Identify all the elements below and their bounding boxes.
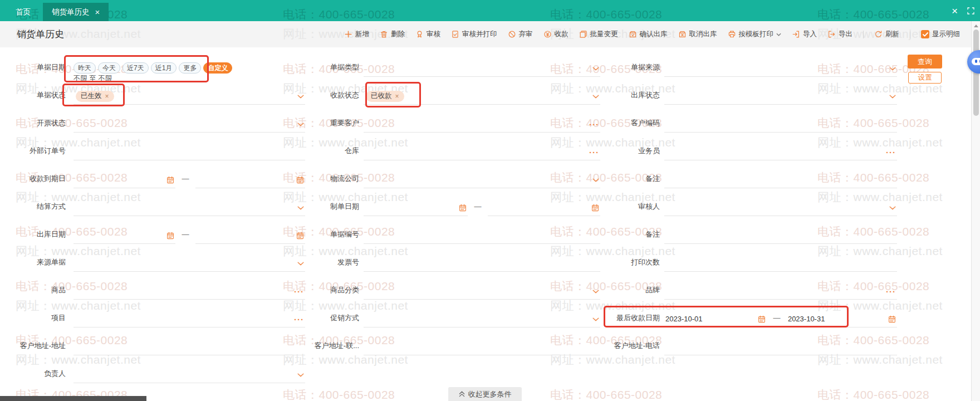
toolbar-button-audit[interactable]: 审核 xyxy=(415,30,440,39)
filter-input-underline[interactable] xyxy=(664,199,897,216)
toolbar-button-batch-change[interactable]: 批量变更 xyxy=(579,30,618,39)
filter-field-last-receipt-date[interactable]: 2023-10-01 — 2023-10-31 xyxy=(664,305,897,332)
filter-field-important-customer[interactable]: ··· xyxy=(364,110,600,138)
filter-input-underline[interactable] xyxy=(664,227,897,244)
filter-input-underline[interactable] xyxy=(364,60,600,77)
filter-field-auditor[interactable] xyxy=(664,193,897,221)
filter-input-underline[interactable] xyxy=(74,311,305,327)
toolbar-button-add[interactable]: 新增 xyxy=(344,30,369,39)
filter-input-underline[interactable] xyxy=(664,283,897,300)
filter-field-salesperson[interactable]: ··· xyxy=(664,138,897,165)
fullscreen-icon[interactable] xyxy=(967,7,974,14)
tab-close-icon[interactable]: × xyxy=(95,8,100,16)
date-from-create-date[interactable] xyxy=(364,193,468,221)
date-to-receipt-due-date[interactable] xyxy=(195,165,305,193)
tab-home[interactable]: 首页 xyxy=(3,3,43,21)
filter-field-create-date[interactable]: — xyxy=(364,193,600,221)
filter-field-customer-code[interactable] xyxy=(664,110,897,138)
toolbar-button-delete[interactable]: 删除 xyxy=(380,30,405,39)
filter-field-doc-no[interactable] xyxy=(364,221,600,249)
filter-field-logistics-company[interactable] xyxy=(364,165,600,193)
filter-input-underline[interactable] xyxy=(664,255,897,272)
filter-input-underline[interactable] xyxy=(74,199,305,216)
filter-input-underline[interactable] xyxy=(74,339,305,355)
date-to-outbound-date[interactable] xyxy=(195,221,305,249)
filter-input-underline[interactable]: 已生效× xyxy=(74,88,305,105)
toolbar-button-export[interactable]: 导出 xyxy=(827,30,852,39)
filter-field-settlement-method[interactable] xyxy=(74,193,305,221)
quick-date-pill-今天[interactable]: 今天 xyxy=(98,62,120,74)
filter-input-underline[interactable] xyxy=(364,283,600,300)
tag-remove-icon[interactable]: × xyxy=(105,93,109,100)
filter-input-underline[interactable] xyxy=(664,88,897,105)
filter-field-external-order-no[interactable] xyxy=(74,138,305,165)
filter-tag-receipt-status[interactable]: 已收款× xyxy=(366,91,404,102)
filter-field-owner[interactable] xyxy=(74,360,305,388)
filter-input-underline[interactable] xyxy=(364,255,600,272)
quick-date-pill-昨天[interactable]: 昨天 xyxy=(74,62,96,74)
toolbar-button-unaudit[interactable]: 弃审 xyxy=(508,30,533,39)
toolbar-button-receive-payment[interactable]: 收款 xyxy=(543,30,569,39)
filter-field-outbound-date[interactable]: — xyxy=(74,221,305,249)
filter-input-underline[interactable] xyxy=(364,227,600,244)
vertical-scrollbar[interactable] xyxy=(971,21,980,401)
filter-input-underline[interactable] xyxy=(664,60,897,77)
ellipsis-lookup-icon[interactable]: ··· xyxy=(589,120,599,129)
ellipsis-lookup-icon[interactable]: ··· xyxy=(886,148,896,157)
filter-input-underline[interactable] xyxy=(364,144,600,160)
filter-field-product[interactable]: ··· xyxy=(74,277,305,305)
filter-field-doc-date[interactable]: 昨天今天近7天近1月更多自定义 不限 至 不限 xyxy=(74,54,305,82)
filter-input-underline[interactable] xyxy=(74,255,305,272)
filter-input-underline[interactable]: 已收款× xyxy=(364,88,600,105)
date-to-create-date[interactable] xyxy=(488,193,600,221)
filter-input-underline[interactable] xyxy=(664,339,897,355)
close-icon[interactable]: × xyxy=(952,6,958,16)
toolbar-button-audit-print[interactable]: 审核并打印 xyxy=(451,30,497,39)
filter-field-invoice-no[interactable] xyxy=(364,249,600,277)
collapse-more-conditions[interactable]: 收起更多条件 xyxy=(448,387,522,401)
toolbar-button-refresh[interactable]: 刷新 xyxy=(874,30,899,39)
quick-date-pill-近1月[interactable]: 近1月 xyxy=(151,62,177,74)
toolbar-button-cancel-outbound[interactable]: 取消出库 xyxy=(678,30,717,39)
filter-input-underline[interactable] xyxy=(364,339,600,355)
filter-field-invoice-status[interactable] xyxy=(74,110,305,138)
tab-sales-history[interactable]: 销货单历史 × xyxy=(43,3,109,21)
filter-field-doc-source[interactable] xyxy=(664,54,897,82)
ellipsis-lookup-icon[interactable]: ··· xyxy=(294,287,304,296)
ellipsis-lookup-icon[interactable]: ··· xyxy=(886,287,896,296)
ellipsis-lookup-icon[interactable]: ··· xyxy=(589,148,599,157)
date-from-receipt-due-date[interactable] xyxy=(74,165,175,193)
filter-input-underline[interactable] xyxy=(664,116,897,133)
filter-field-print-count[interactable] xyxy=(664,249,897,277)
filter-field-customer-address-address[interactable] xyxy=(74,332,305,360)
filter-field-project[interactable]: ··· xyxy=(74,305,305,332)
filter-input-underline[interactable] xyxy=(364,311,600,327)
filter-tag-doc-status[interactable]: 已生效× xyxy=(76,91,114,102)
toolbar-button-import[interactable]: 导入 xyxy=(792,30,817,39)
filter-field-receipt-status[interactable]: 已收款× xyxy=(364,82,600,110)
date-from-outbound-date[interactable] xyxy=(74,221,175,249)
filter-input-underline[interactable] xyxy=(74,144,305,160)
filter-field-promotion-method[interactable] xyxy=(364,305,600,332)
toolbar-button-template-print[interactable]: 按模板打印 xyxy=(728,30,782,39)
filter-field-product-category[interactable] xyxy=(364,277,600,305)
quick-date-pill-更多[interactable]: 更多 xyxy=(179,62,201,74)
query-button[interactable]: 查询 xyxy=(908,55,942,69)
filter-field-remark[interactable] xyxy=(664,165,897,193)
filter-input-underline[interactable] xyxy=(364,172,600,188)
quick-date-pill-custom[interactable]: 自定义 xyxy=(203,62,232,74)
filter-field-receipt-due-date[interactable]: — xyxy=(74,165,305,193)
date-to-last-receipt-date[interactable]: 2023-10-31 xyxy=(787,305,897,332)
filter-field-remark2[interactable] xyxy=(664,221,897,249)
filter-field-brand[interactable]: ··· xyxy=(664,277,897,305)
filter-field-doc-type[interactable] xyxy=(364,54,600,82)
filter-field-source-doc[interactable] xyxy=(74,249,305,277)
show-detail-checkbox[interactable] xyxy=(921,30,929,38)
ellipsis-lookup-icon[interactable]: ··· xyxy=(294,315,304,324)
filter-field-warehouse[interactable]: ··· xyxy=(364,138,600,165)
toolbar-button-show-detail[interactable]: 显示明细 xyxy=(921,30,960,39)
filter-input-underline[interactable] xyxy=(664,144,897,160)
filter-field-customer-address-phone[interactable] xyxy=(664,332,897,360)
tag-remove-icon[interactable]: × xyxy=(395,93,399,100)
toolbar-button-confirm-outbound[interactable]: 确认出库 xyxy=(629,30,668,39)
